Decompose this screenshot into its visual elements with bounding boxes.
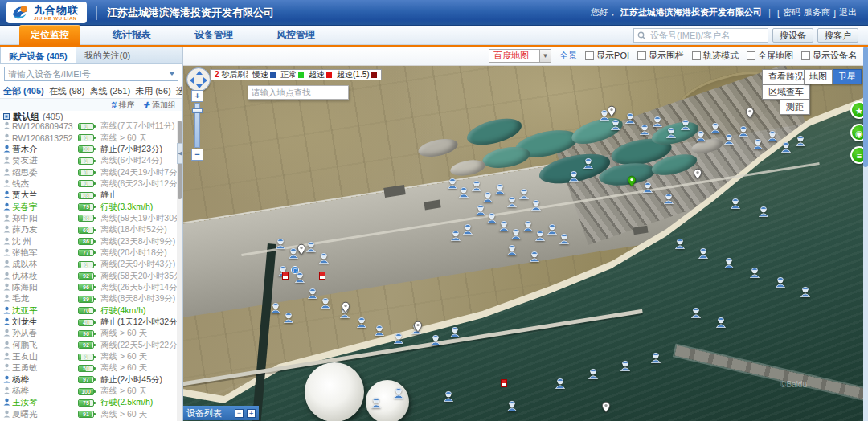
nav-tab-3[interactable]: 风控管理 <box>265 25 326 45</box>
provider-link[interactable]: 服务商 <box>804 6 830 18</box>
device-marker[interactable] <box>796 134 806 146</box>
device-row[interactable]: 薛乃发 69 离线(18小时52分) <box>0 224 177 235</box>
device-marker[interactable] <box>642 181 653 193</box>
device-marker[interactable] <box>507 399 518 411</box>
map-pan-control[interactable] <box>186 67 211 92</box>
device-row[interactable]: 贾友进 1 离线(6小时24分) <box>0 155 177 166</box>
device-marker[interactable] <box>320 296 330 309</box>
device-marker[interactable] <box>375 324 385 336</box>
location-pin[interactable] <box>342 301 350 313</box>
search-customer-button[interactable]: 搜客户 <box>817 28 858 43</box>
device-marker[interactable] <box>394 332 404 344</box>
device-marker[interactable] <box>487 211 497 223</box>
chevron-down-icon[interactable] <box>169 72 175 76</box>
device-marker[interactable] <box>448 177 458 189</box>
device-marker[interactable] <box>306 240 317 252</box>
device-row[interactable]: 沈亚平 70 行驶(4km/h) <box>0 305 177 317</box>
device-row[interactable]: 钱杰 1 离线(6天23小时12分) <box>0 178 177 190</box>
warning-sign-marker[interactable] <box>501 379 507 387</box>
device-list-bar[interactable]: 设备列表 − ＋ <box>183 406 259 420</box>
device-marker[interactable] <box>767 129 777 141</box>
checkbox-icon[interactable] <box>637 51 646 60</box>
device-row[interactable]: 杨桦 100 离线 > 60 天 <box>0 386 177 397</box>
device-marker[interactable] <box>624 112 635 124</box>
map-provider-dropdown[interactable]: 百度地图 ▼ <box>489 49 551 63</box>
device-marker[interactable] <box>522 219 533 231</box>
device-row[interactable]: RW1206809473 1 离线(7天7小时11分) <box>0 121 177 132</box>
device-marker[interactable] <box>695 129 706 141</box>
device-marker[interactable] <box>666 126 677 138</box>
device-row[interactable]: 沈 州 86 离线(23天8小时9分) <box>0 235 177 247</box>
device-marker[interactable] <box>759 205 769 217</box>
zoom-in-button[interactable]: + <box>191 90 203 102</box>
device-marker[interactable] <box>430 333 440 345</box>
device-marker[interactable] <box>739 125 749 137</box>
device-marker[interactable] <box>307 287 317 299</box>
warning-sign-marker[interactable] <box>319 272 326 280</box>
filter-2[interactable]: 离线 (251) <box>89 85 130 97</box>
logout-link[interactable]: 退出 <box>839 6 857 18</box>
nav-tab-0[interactable]: 定位监控 <box>19 25 80 45</box>
page-scrollbar[interactable] <box>863 47 868 421</box>
device-marker[interactable] <box>529 250 539 262</box>
device-marker[interactable] <box>749 266 760 278</box>
sidebar-collapse-handle[interactable]: ◀ <box>177 143 182 164</box>
zoom-slider-track[interactable] <box>194 103 200 148</box>
device-row[interactable]: 成以林 1 离线(2天9小时43分) <box>0 259 177 270</box>
device-row[interactable]: 王汝琴 75 行驶(2.5km/h) <box>0 397 177 408</box>
sidebar-tab-1[interactable]: 我的关注(0) <box>76 47 138 63</box>
list-tool-button[interactable]: ≡ <box>850 146 863 164</box>
checkbox-1[interactable]: 显示围栏 <box>637 50 684 62</box>
map-type-satellite[interactable]: 卫星 <box>833 69 862 84</box>
device-marker[interactable] <box>535 229 546 241</box>
global-search-input[interactable] <box>650 29 766 42</box>
device-marker[interactable] <box>371 396 382 408</box>
page-scroll-thumb[interactable] <box>863 47 868 167</box>
device-marker[interactable] <box>547 223 557 235</box>
device-row[interactable]: 吴春宇 79 行驶(3.3km/h) <box>0 201 177 212</box>
location-pin[interactable] <box>602 401 611 413</box>
map-canvas[interactable]: ©Baidu <box>183 66 863 421</box>
device-marker[interactable] <box>559 232 569 244</box>
device-marker[interactable] <box>674 237 685 249</box>
checkbox-2[interactable]: 轨迹模式 <box>692 50 739 62</box>
device-row[interactable]: 王勇敏 50 离线 > 60 天 <box>0 362 177 374</box>
filter-4[interactable]: 选择 (0) <box>176 85 183 97</box>
device-marker[interactable] <box>357 316 367 328</box>
device-marker[interactable] <box>800 285 811 297</box>
location-pin[interactable] <box>297 243 306 255</box>
device-marker[interactable] <box>611 118 621 130</box>
warning-sign-marker[interactable] <box>282 272 289 280</box>
checkbox-icon[interactable] <box>585 51 594 60</box>
device-marker[interactable] <box>507 243 518 255</box>
device-marker[interactable] <box>588 367 599 379</box>
device-row[interactable]: 陈海阳 96 离线(26天5小时14分) <box>0 282 177 293</box>
device-marker[interactable] <box>690 306 701 318</box>
device-row[interactable]: 绍思委 1 离线(24天19小时7分) <box>0 166 177 178</box>
pan-up-icon[interactable] <box>196 71 203 75</box>
device-marker[interactable] <box>463 223 473 235</box>
device-marker[interactable] <box>620 359 630 371</box>
checkbox-0[interactable]: 显示POI <box>585 50 629 62</box>
location-pin[interactable] <box>693 168 702 180</box>
locate-target-button[interactable]: ◉ <box>850 124 863 141</box>
region-search-button[interactable]: 区域查车 <box>762 84 810 100</box>
device-marker[interactable] <box>284 311 294 323</box>
device-row[interactable]: RW1206813252 1 离线 > 60 天 <box>0 132 177 143</box>
device-marker[interactable] <box>275 237 285 249</box>
device-marker[interactable] <box>443 390 453 402</box>
device-row[interactable]: 王友山 1 离线 > 60 天 <box>0 351 177 362</box>
device-marker[interactable] <box>510 227 521 239</box>
location-pin-green[interactable] <box>628 175 637 187</box>
device-marker[interactable] <box>775 276 785 288</box>
device-marker[interactable] <box>639 123 649 135</box>
minimize-button[interactable]: − <box>235 409 244 418</box>
panorama-link[interactable]: 全景 <box>559 50 577 62</box>
device-marker[interactable] <box>664 192 674 204</box>
map-type-map[interactable]: 地图 <box>804 69 833 84</box>
device-marker[interactable] <box>483 190 493 202</box>
place-search-input[interactable] <box>252 86 346 99</box>
device-marker[interactable] <box>475 203 485 215</box>
filter-0[interactable]: 全部 (405) <box>3 85 44 97</box>
device-marker[interactable] <box>650 351 661 363</box>
